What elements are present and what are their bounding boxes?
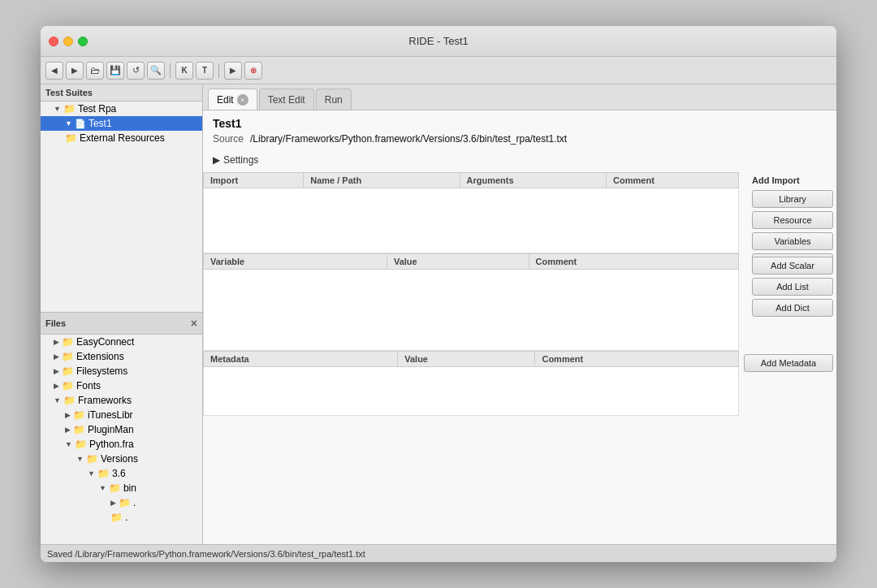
list-item[interactable]: ▼ 📁 Versions bbox=[41, 452, 202, 466]
folder-icon: 📁 bbox=[63, 103, 76, 115]
tree-label: External Resources bbox=[80, 132, 165, 144]
list-item[interactable]: ▼ 📁 3.6 bbox=[41, 466, 202, 481]
forward-button[interactable]: ▶ bbox=[66, 62, 84, 80]
tab-close-button[interactable]: × bbox=[237, 94, 248, 106]
tree-label: iTunesLibr bbox=[88, 409, 133, 421]
source-label: Source bbox=[213, 133, 244, 145]
add-metadata-button[interactable]: Add Metadata bbox=[744, 354, 833, 372]
separator2 bbox=[218, 63, 219, 78]
list-item[interactable]: 📁 . bbox=[41, 510, 202, 525]
folder-icon: 📁 bbox=[65, 132, 77, 144]
back-button[interactable]: ◀ bbox=[45, 62, 63, 80]
test-suites-tree: ▼ 📁 Test Rpa ▼ 📄 Test1 📁 External Resour… bbox=[41, 102, 202, 312]
list-item[interactable]: ▼ 📁 Python.fra bbox=[41, 437, 202, 452]
list-item[interactable]: ▶ 📁 EasyConnect bbox=[41, 335, 202, 349]
files-panel-header: Files × bbox=[41, 312, 202, 335]
close-button[interactable] bbox=[49, 37, 58, 46]
run-button[interactable]: ▶ bbox=[224, 62, 242, 80]
table-row bbox=[204, 270, 739, 351]
test-suites-header: Test Suites bbox=[41, 84, 202, 102]
tree-label: Test Rpa bbox=[78, 103, 116, 115]
source-path: /Library/Frameworks/Python.framework/Ver… bbox=[250, 133, 567, 145]
tree-label: Python.fra bbox=[89, 439, 134, 450]
minimize-button[interactable] bbox=[63, 37, 73, 46]
tree-label: . bbox=[133, 497, 136, 508]
files-close-button[interactable]: × bbox=[191, 318, 197, 329]
settings-section: ▶ Settings bbox=[203, 148, 836, 172]
list-item[interactable]: ▼ 📁 bin bbox=[41, 481, 202, 495]
comment-col-header: Comment bbox=[535, 352, 739, 367]
traffic-lights bbox=[49, 37, 88, 46]
settings-triangle: ▶ bbox=[213, 154, 220, 166]
separator bbox=[170, 63, 171, 78]
tree-label: Test1 bbox=[89, 118, 112, 129]
add-dict-button[interactable]: Add Dict bbox=[752, 299, 833, 317]
refresh-button[interactable]: ↺ bbox=[127, 62, 145, 80]
name-path-col-header: Name / Path bbox=[304, 173, 460, 188]
files-header-label: Files bbox=[45, 318, 66, 328]
tree-label: Filesystems bbox=[76, 365, 127, 377]
list-item[interactable]: ▼ 📁 Frameworks bbox=[41, 393, 202, 408]
metadata-table: Metadata Value Comment bbox=[203, 351, 739, 416]
variable-section: Variable Value Comment Add Scalar Add Li… bbox=[203, 253, 836, 351]
toolbar: ◀ ▶ 🗁 💾 ↺ 🔍 K T ▶ ⊕ bbox=[41, 57, 836, 84]
comment-col-header: Comment bbox=[607, 173, 739, 188]
tree-label: bin bbox=[123, 482, 136, 494]
tab-label: Edit bbox=[217, 94, 234, 106]
import-section: Import Name / Path Arguments Comment Add… bbox=[203, 172, 836, 253]
add-scalar-button[interactable]: Add Scalar bbox=[752, 257, 833, 275]
import-table: Import Name / Path Arguments Comment bbox=[203, 172, 739, 253]
settings-toggle[interactable]: ▶ Settings bbox=[213, 151, 827, 169]
metadata-section: Metadata Value Comment Add Metadata bbox=[203, 351, 836, 416]
tab-label: Run bbox=[325, 94, 343, 106]
variable-table: Variable Value Comment bbox=[203, 253, 739, 351]
tree-label: Fonts bbox=[76, 380, 101, 391]
tree-item-test1[interactable]: ▼ 📄 Test1 bbox=[41, 116, 202, 131]
metadata-right-buttons: Add Metadata bbox=[741, 351, 836, 375]
statusbar: Saved /Library/Frameworks/Python.framewo… bbox=[41, 544, 836, 562]
tab-label: Text Edit bbox=[268, 94, 305, 106]
suite-title: Test1 bbox=[213, 117, 827, 130]
add-import-label: Add Import bbox=[752, 175, 833, 187]
suite-header: Test1 Source /Library/Frameworks/Python.… bbox=[203, 110, 836, 148]
k-button[interactable]: K bbox=[175, 62, 193, 80]
value-col-header: Value bbox=[398, 352, 535, 367]
expand-icon: ▼ bbox=[65, 119, 72, 128]
list-item[interactable]: ▶ 📁 . bbox=[41, 495, 202, 510]
tab-bar: Edit × Text Edit Run bbox=[203, 84, 836, 110]
save-button[interactable]: 💾 bbox=[106, 62, 124, 80]
search-button[interactable]: 🔍 bbox=[147, 62, 165, 80]
open-button[interactable]: 🗁 bbox=[86, 62, 104, 80]
list-item[interactable]: ▶ 📁 Extensions bbox=[41, 349, 202, 364]
expand-icon: ▼ bbox=[54, 105, 61, 113]
tree-label: Versions bbox=[101, 453, 138, 465]
tree-label: . bbox=[125, 512, 127, 523]
tree-label: Extensions bbox=[76, 351, 124, 362]
t-button[interactable]: T bbox=[196, 62, 214, 80]
content-area: Test1 Source /Library/Frameworks/Python.… bbox=[203, 110, 836, 544]
tree-item-external-resources[interactable]: 📁 External Resources bbox=[41, 131, 202, 145]
tree-item-test-rpa[interactable]: ▼ 📁 Test Rpa bbox=[41, 102, 202, 116]
stop-button[interactable]: ⊕ bbox=[244, 62, 262, 80]
maximize-button[interactable] bbox=[78, 37, 88, 46]
table-row bbox=[204, 188, 739, 253]
tab-run[interactable]: Run bbox=[316, 89, 352, 110]
arguments-col-header: Arguments bbox=[460, 173, 607, 188]
settings-label: Settings bbox=[223, 154, 258, 166]
tab-edit[interactable]: Edit × bbox=[208, 89, 257, 110]
list-item[interactable]: ▶ 📁 PluginMan bbox=[41, 422, 202, 437]
tree-label: Frameworks bbox=[78, 395, 132, 406]
list-item[interactable]: ▶ 📁 iTunesLibr bbox=[41, 408, 202, 422]
right-panel: Edit × Text Edit Run Test1 Source /Libra bbox=[203, 84, 836, 544]
main-area: Test Suites ▼ 📁 Test Rpa ▼ 📄 Test1 📁 E bbox=[41, 84, 836, 544]
tab-text-edit[interactable]: Text Edit bbox=[259, 89, 314, 110]
resource-button[interactable]: Resource bbox=[752, 211, 833, 229]
list-item[interactable]: ▶ 📁 Filesystems bbox=[41, 364, 202, 378]
list-item[interactable]: ▶ 📁 Fonts bbox=[41, 378, 202, 393]
library-button[interactable]: Library bbox=[752, 190, 833, 208]
comment-col-header: Comment bbox=[529, 254, 739, 270]
tree-label: EasyConnect bbox=[76, 336, 134, 348]
value-col-header: Value bbox=[387, 254, 529, 270]
add-list-button[interactable]: Add List bbox=[752, 278, 833, 296]
variables-button[interactable]: Variables bbox=[752, 232, 833, 250]
